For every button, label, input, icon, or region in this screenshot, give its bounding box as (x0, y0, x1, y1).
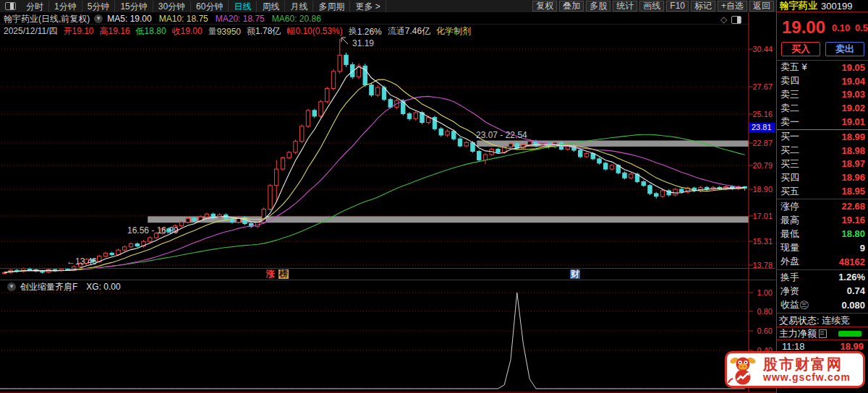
buy-button[interactable]: 买入 (781, 42, 820, 56)
toolbar-button-3[interactable]: 统计 (613, 1, 637, 12)
main-chart-canvas[interactable]: 30.4427.6725.1622.8720.7918.9017.0115.31… (0, 0, 868, 393)
sell-level-1[interactable]: 卖四19.04 (777, 74, 868, 87)
main-force-row[interactable]: 主力净额 (777, 327, 868, 340)
y-tick-label: 13.78 (752, 261, 773, 269)
watermark-logo: 股市财富网 www.gscfw.com (725, 351, 865, 388)
stat-value: 9 (860, 243, 865, 254)
sell-level-value: 19.05 (841, 62, 865, 73)
list-icon (819, 329, 827, 338)
sell-level-value: 19.04 (841, 76, 865, 87)
stat2-label: 收益㊂ (780, 298, 809, 311)
candle-body (41, 271, 44, 272)
stat-4: 外盘48162 (777, 255, 868, 268)
quote-panel: 翰宇药业 300199 19.00 0.10 0.53% 买入 卖出 卖五 ¥1… (776, 0, 868, 393)
tick-price: 18.99 (840, 341, 864, 352)
candle-body (326, 89, 329, 102)
main-force-bar (838, 331, 861, 337)
period-tab-5[interactable]: 60分钟 (191, 1, 229, 12)
toolbar-button-4[interactable]: 画线 (639, 1, 664, 12)
toolbar-button-5[interactable]: F10 (666, 1, 689, 12)
info-segment-3: 低18.80 (136, 25, 166, 38)
tick-time: 11:18 (782, 341, 805, 352)
buy-level-1[interactable]: 买二18.98 (777, 144, 868, 157)
stat-label: 外盘 (780, 255, 799, 268)
buy-level-label: 买一 (780, 130, 799, 143)
period-tab-6[interactable]: 日线 (229, 1, 257, 12)
candle-body (116, 250, 120, 254)
candle-body (673, 189, 677, 195)
candle-body (464, 142, 468, 146)
period-tab-8[interactable]: 月线 (285, 1, 313, 12)
period-tab-2[interactable]: 5分钟 (82, 1, 116, 12)
period-tab-1[interactable]: 1分钟 (49, 1, 82, 12)
sub-y-tick-label: 0.80 (757, 307, 773, 316)
toolbar-button-2[interactable]: 多股 (586, 1, 610, 12)
event-marker-财[interactable]: 财 (570, 269, 580, 279)
info-segment-0: 2025/12/11/四 (4, 25, 58, 38)
stat2-0: 换手1.26% (777, 271, 868, 284)
info-segment-11: 1.26% (357, 27, 382, 37)
buy-level-value: 18.96 (841, 172, 865, 183)
buy-level-value: 18.98 (841, 145, 865, 156)
y-tick-label: 17.01 (752, 212, 773, 220)
info-segment-14: 化学制剂 (436, 25, 471, 38)
last-price: 19.00 (782, 17, 825, 38)
period-tab-10[interactable]: 更多 > (350, 1, 386, 12)
buy-level-0[interactable]: 买一18.99 (777, 130, 868, 143)
y-tick-label: 20.79 (752, 161, 773, 170)
info-segment-4: 收19.00 (172, 25, 203, 38)
stat2-label: 换手 (780, 271, 799, 284)
ma-line-10 (4, 79, 745, 272)
sell-level-3[interactable]: 卖二19.02 (777, 102, 868, 115)
period-tab-4[interactable]: 30分钟 (153, 1, 191, 12)
sell-button[interactable]: 卖出 (825, 42, 864, 56)
y-tick-label: 30.44 (752, 45, 773, 53)
toolbar-button-8[interactable]: 返回 (749, 1, 774, 12)
chart-corner-icons: ◇ (720, 15, 741, 24)
period-tab-7[interactable]: 周线 (257, 1, 285, 12)
toolbar-button-6[interactable]: 标记 (691, 1, 715, 12)
peak-arrow (341, 38, 348, 44)
toolbar-button-7[interactable]: +自选 (718, 1, 747, 12)
sell-level-label: 卖四 (780, 74, 799, 87)
candle-body (427, 118, 430, 123)
toolbar-button-1[interactable]: 叠加 (559, 1, 584, 12)
candle-body (388, 100, 392, 108)
window-layout-icon[interactable] (5, 2, 16, 10)
candle-body (287, 152, 291, 157)
period-tab-3[interactable]: 15分钟 (115, 1, 153, 12)
buy-level-value: 18.95 (841, 186, 865, 196)
candle-body (319, 102, 323, 116)
period-tab-0[interactable]: 分时 (21, 1, 49, 12)
period-tab-9[interactable]: 多周期 (313, 1, 350, 12)
buy-levels: 买一18.99买二18.98买三18.97买四18.96买五18.95 (777, 129, 868, 198)
event-marker-榜[interactable]: 榜 (278, 269, 289, 279)
sell-level-4[interactable]: 卖一19.01 (777, 116, 868, 129)
low-annotation: ←13.46 (67, 256, 97, 267)
band2-annotation: 16.56 - 16.99 (127, 225, 179, 236)
stat-2: 最低18.80 (777, 228, 868, 241)
candle-body (306, 111, 310, 126)
sell-level-2[interactable]: 卖三19.03 (777, 88, 868, 101)
chevron-down-icon[interactable]: ▼ (7, 282, 16, 291)
candle-body (370, 85, 373, 95)
cursor-price-label: 23.81 (752, 123, 772, 131)
stat-value: 48162 (839, 256, 865, 267)
stock-code: 300199 (821, 1, 852, 12)
candle-body (623, 173, 626, 178)
split-window-icon[interactable] (731, 16, 741, 24)
candle-body (648, 186, 652, 194)
chevron-down-icon[interactable]: ▼ (94, 14, 103, 23)
toolbar-button-0[interactable]: 复权 (532, 1, 557, 12)
candle-body (281, 157, 284, 169)
event-marker-涨[interactable]: 涨 (266, 269, 275, 279)
buy-level-4[interactable]: 买五18.95 (777, 185, 868, 198)
diamond-icon[interactable]: ◇ (720, 15, 727, 24)
buy-level-3[interactable]: 买四18.96 (777, 171, 868, 184)
band1-annotation: 23.07 - 22.54 (476, 130, 527, 140)
stat2-value: 0.080 (841, 300, 865, 311)
main-force-label: 主力净额 (779, 327, 817, 340)
sell-level-0[interactable]: 卖五 ¥19.05 (777, 61, 868, 74)
sell-level-label: 卖二 (780, 102, 799, 115)
buy-level-2[interactable]: 买三18.97 (777, 157, 868, 170)
